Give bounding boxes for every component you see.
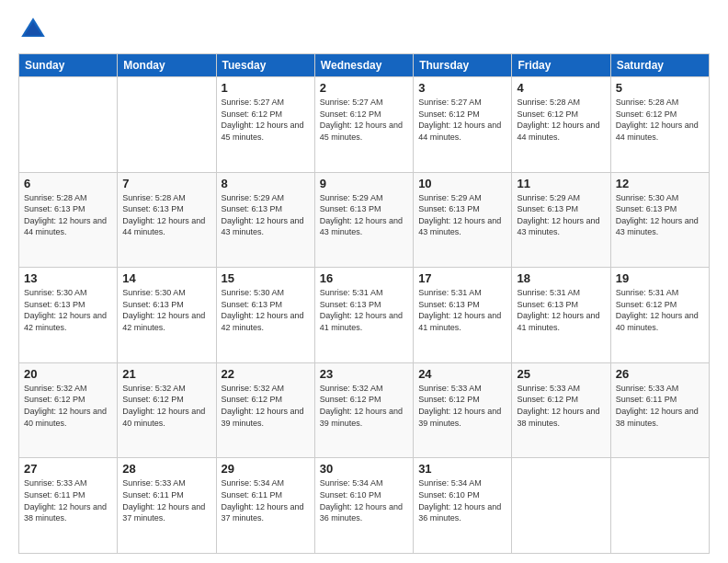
day-number: 1 (222, 81, 310, 95)
calendar: SundayMondayTuesdayWednesdayThursdayFrid… (18, 53, 710, 554)
day-number: 14 (122, 271, 210, 285)
page: SundayMondayTuesdayWednesdayThursdayFrid… (0, 0, 728, 563)
day-number: 27 (24, 462, 112, 476)
day-info: Sunrise: 5:33 AM Sunset: 6:11 PM Dayligh… (24, 477, 112, 523)
day-info: Sunrise: 5:31 AM Sunset: 6:12 PM Dayligh… (616, 287, 704, 333)
day-number: 3 (418, 81, 506, 95)
day-number: 6 (24, 177, 112, 190)
calendar-cell: 10Sunrise: 5:29 AM Sunset: 6:13 PM Dayli… (414, 172, 512, 268)
day-number: 13 (24, 271, 112, 285)
day-info: Sunrise: 5:28 AM Sunset: 6:12 PM Dayligh… (517, 97, 605, 143)
day-info: Sunrise: 5:33 AM Sunset: 6:12 PM Dayligh… (418, 383, 506, 429)
calendar-cell: 30Sunrise: 5:34 AM Sunset: 6:10 PM Dayli… (314, 458, 413, 554)
day-info: Sunrise: 5:28 AM Sunset: 6:13 PM Dayligh… (24, 192, 112, 238)
calendar-cell: 27Sunrise: 5:33 AM Sunset: 6:11 PM Dayli… (19, 458, 118, 554)
calendar-cell: 17Sunrise: 5:31 AM Sunset: 6:13 PM Dayli… (414, 268, 512, 363)
day-info: Sunrise: 5:28 AM Sunset: 6:13 PM Dayligh… (122, 192, 210, 238)
day-number: 10 (418, 177, 506, 190)
day-info: Sunrise: 5:29 AM Sunset: 6:13 PM Dayligh… (517, 192, 605, 238)
day-info: Sunrise: 5:32 AM Sunset: 6:12 PM Dayligh… (122, 383, 210, 429)
calendar-cell: 4Sunrise: 5:28 AM Sunset: 6:12 PM Daylig… (512, 77, 610, 173)
calendar-cell: 20Sunrise: 5:32 AM Sunset: 6:12 PM Dayli… (19, 362, 118, 458)
calendar-cell: 23Sunrise: 5:32 AM Sunset: 6:12 PM Dayli… (314, 362, 413, 458)
calendar-cell: 25Sunrise: 5:33 AM Sunset: 6:12 PM Dayli… (512, 362, 610, 458)
weekday-header: Monday (118, 54, 216, 77)
day-info: Sunrise: 5:34 AM Sunset: 6:11 PM Dayligh… (222, 477, 310, 523)
weekday-header: Tuesday (216, 54, 314, 77)
calendar-cell: 24Sunrise: 5:33 AM Sunset: 6:12 PM Dayli… (414, 362, 512, 458)
day-number: 26 (616, 367, 704, 381)
day-number: 4 (517, 81, 605, 95)
weekday-header: Thursday (414, 54, 512, 77)
day-number: 9 (320, 177, 408, 190)
calendar-cell: 6Sunrise: 5:28 AM Sunset: 6:13 PM Daylig… (19, 172, 118, 268)
calendar-cell: 29Sunrise: 5:34 AM Sunset: 6:11 PM Dayli… (216, 458, 314, 554)
day-number: 21 (122, 367, 210, 381)
weekday-header-row: SundayMondayTuesdayWednesdayThursdayFrid… (19, 54, 710, 77)
day-number: 5 (616, 81, 704, 95)
day-info: Sunrise: 5:34 AM Sunset: 6:10 PM Dayligh… (418, 477, 506, 523)
day-info: Sunrise: 5:31 AM Sunset: 6:13 PM Dayligh… (418, 287, 506, 333)
day-number: 22 (222, 367, 310, 381)
day-info: Sunrise: 5:32 AM Sunset: 6:12 PM Dayligh… (320, 383, 408, 429)
calendar-cell: 18Sunrise: 5:31 AM Sunset: 6:13 PM Dayli… (512, 268, 610, 363)
day-info: Sunrise: 5:30 AM Sunset: 6:13 PM Dayligh… (24, 287, 112, 333)
calendar-week-row: 6Sunrise: 5:28 AM Sunset: 6:13 PM Daylig… (19, 172, 710, 268)
day-number: 11 (517, 177, 605, 190)
logo-icon (18, 15, 48, 44)
day-number: 17 (418, 271, 506, 285)
day-number: 25 (517, 367, 605, 381)
weekday-header: Friday (512, 54, 610, 77)
day-info: Sunrise: 5:28 AM Sunset: 6:12 PM Dayligh… (616, 97, 704, 143)
day-number: 23 (320, 367, 408, 381)
calendar-cell: 12Sunrise: 5:30 AM Sunset: 6:13 PM Dayli… (610, 172, 709, 268)
day-info: Sunrise: 5:33 AM Sunset: 6:11 PM Dayligh… (616, 383, 704, 429)
day-number: 24 (418, 367, 506, 381)
calendar-cell: 31Sunrise: 5:34 AM Sunset: 6:10 PM Dayli… (414, 458, 512, 554)
calendar-cell: 5Sunrise: 5:28 AM Sunset: 6:12 PM Daylig… (610, 77, 709, 173)
calendar-cell: 7Sunrise: 5:28 AM Sunset: 6:13 PM Daylig… (118, 172, 216, 268)
calendar-cell: 9Sunrise: 5:29 AM Sunset: 6:13 PM Daylig… (314, 172, 413, 268)
calendar-cell (19, 77, 118, 173)
day-number: 31 (418, 462, 506, 476)
calendar-cell: 3Sunrise: 5:27 AM Sunset: 6:12 PM Daylig… (414, 77, 512, 173)
day-info: Sunrise: 5:33 AM Sunset: 6:12 PM Dayligh… (517, 383, 605, 429)
day-info: Sunrise: 5:29 AM Sunset: 6:13 PM Dayligh… (418, 192, 506, 238)
calendar-week-row: 13Sunrise: 5:30 AM Sunset: 6:13 PM Dayli… (19, 268, 710, 363)
calendar-cell: 26Sunrise: 5:33 AM Sunset: 6:11 PM Dayli… (610, 362, 709, 458)
day-info: Sunrise: 5:33 AM Sunset: 6:11 PM Dayligh… (122, 477, 210, 523)
calendar-cell: 14Sunrise: 5:30 AM Sunset: 6:13 PM Dayli… (118, 268, 216, 363)
day-info: Sunrise: 5:31 AM Sunset: 6:13 PM Dayligh… (320, 287, 408, 333)
day-number: 29 (222, 462, 310, 476)
day-number: 2 (320, 81, 408, 95)
day-info: Sunrise: 5:32 AM Sunset: 6:12 PM Dayligh… (222, 383, 310, 429)
day-number: 8 (222, 177, 310, 190)
header (18, 15, 710, 44)
day-info: Sunrise: 5:31 AM Sunset: 6:13 PM Dayligh… (517, 287, 605, 333)
calendar-cell: 13Sunrise: 5:30 AM Sunset: 6:13 PM Dayli… (19, 268, 118, 363)
day-info: Sunrise: 5:27 AM Sunset: 6:12 PM Dayligh… (320, 97, 408, 143)
day-info: Sunrise: 5:34 AM Sunset: 6:10 PM Dayligh… (320, 477, 408, 523)
day-number: 30 (320, 462, 408, 476)
calendar-cell: 21Sunrise: 5:32 AM Sunset: 6:12 PM Dayli… (118, 362, 216, 458)
calendar-week-row: 20Sunrise: 5:32 AM Sunset: 6:12 PM Dayli… (19, 362, 710, 458)
day-info: Sunrise: 5:32 AM Sunset: 6:12 PM Dayligh… (24, 383, 112, 429)
day-info: Sunrise: 5:27 AM Sunset: 6:12 PM Dayligh… (222, 97, 310, 143)
weekday-header: Wednesday (314, 54, 413, 77)
day-info: Sunrise: 5:30 AM Sunset: 6:13 PM Dayligh… (122, 287, 210, 333)
day-info: Sunrise: 5:30 AM Sunset: 6:13 PM Dayligh… (222, 287, 310, 333)
calendar-cell: 16Sunrise: 5:31 AM Sunset: 6:13 PM Dayli… (314, 268, 413, 363)
calendar-cell (118, 77, 216, 173)
logo (18, 15, 53, 44)
day-number: 16 (320, 271, 408, 285)
weekday-header: Saturday (610, 54, 709, 77)
calendar-cell: 15Sunrise: 5:30 AM Sunset: 6:13 PM Dayli… (216, 268, 314, 363)
calendar-cell: 1Sunrise: 5:27 AM Sunset: 6:12 PM Daylig… (216, 77, 314, 173)
day-number: 28 (122, 462, 210, 476)
calendar-cell (610, 458, 709, 554)
day-number: 7 (122, 177, 210, 190)
day-number: 18 (517, 271, 605, 285)
day-number: 12 (616, 177, 704, 190)
day-number: 20 (24, 367, 112, 381)
calendar-cell: 19Sunrise: 5:31 AM Sunset: 6:12 PM Dayli… (610, 268, 709, 363)
